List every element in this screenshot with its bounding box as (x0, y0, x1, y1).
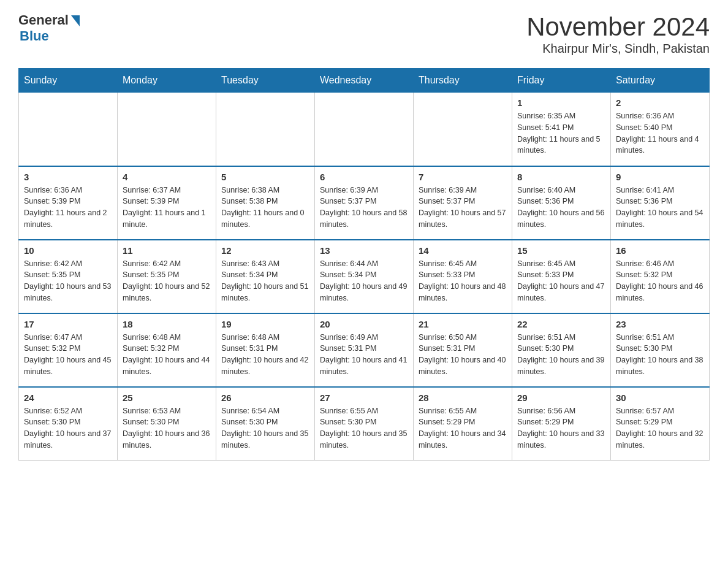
day-number: 4 (123, 172, 211, 182)
day-info: Sunrise: 6:51 AMSunset: 5:30 PMDaylight:… (517, 332, 605, 378)
day-info: Sunrise: 6:36 AMSunset: 5:39 PMDaylight:… (24, 185, 112, 231)
day-number: 26 (221, 393, 309, 403)
day-of-week-header: Saturday (611, 69, 710, 93)
calendar-cell: 24Sunrise: 6:52 AMSunset: 5:30 PMDayligh… (19, 387, 118, 461)
day-info: Sunrise: 6:42 AMSunset: 5:35 PMDaylight:… (24, 258, 112, 304)
day-info: Sunrise: 6:43 AMSunset: 5:34 PMDaylight:… (221, 258, 309, 304)
day-of-week-header: Tuesday (216, 69, 315, 93)
calendar-week-row: 17Sunrise: 6:47 AMSunset: 5:32 PMDayligh… (19, 313, 710, 387)
logo: General Blue (18, 12, 80, 44)
day-number: 22 (517, 319, 605, 329)
calendar-cell (19, 93, 118, 166)
calendar-week-row: 1Sunrise: 6:35 AMSunset: 5:41 PMDaylight… (19, 93, 710, 166)
calendar-cell: 26Sunrise: 6:54 AMSunset: 5:30 PMDayligh… (216, 387, 315, 461)
day-number: 29 (517, 393, 605, 403)
day-of-week-header: Friday (512, 69, 611, 93)
calendar-cell (315, 93, 414, 166)
calendar-cell: 14Sunrise: 6:45 AMSunset: 5:33 PMDayligh… (414, 240, 512, 313)
calendar-cell: 1Sunrise: 6:35 AMSunset: 5:41 PMDaylight… (512, 93, 611, 166)
day-number: 24 (24, 393, 112, 403)
calendar-cell (414, 93, 512, 166)
logo-general-text: General (18, 12, 69, 28)
calendar-cell: 21Sunrise: 6:50 AMSunset: 5:31 PMDayligh… (414, 313, 512, 387)
day-info: Sunrise: 6:57 AMSunset: 5:29 PMDaylight:… (616, 405, 704, 451)
day-number: 23 (616, 319, 704, 329)
day-info: Sunrise: 6:55 AMSunset: 5:29 PMDaylight:… (419, 405, 507, 451)
calendar-cell: 18Sunrise: 6:48 AMSunset: 5:32 PMDayligh… (118, 313, 216, 387)
day-number: 18 (123, 319, 211, 329)
day-number: 20 (320, 319, 408, 329)
day-info: Sunrise: 6:35 AMSunset: 5:41 PMDaylight:… (517, 110, 605, 156)
title-section: November 2024 Khairpur Mir's, Sindh, Pak… (526, 12, 710, 56)
day-number: 25 (123, 393, 211, 403)
day-number: 19 (221, 319, 309, 329)
calendar-cell: 29Sunrise: 6:56 AMSunset: 5:29 PMDayligh… (512, 387, 611, 461)
calendar-cell: 30Sunrise: 6:57 AMSunset: 5:29 PMDayligh… (611, 387, 710, 461)
day-of-week-header: Thursday (414, 69, 512, 93)
day-number: 8 (517, 172, 605, 182)
calendar-cell: 3Sunrise: 6:36 AMSunset: 5:39 PMDaylight… (19, 166, 118, 240)
calendar-cell: 2Sunrise: 6:36 AMSunset: 5:40 PMDaylight… (611, 93, 710, 166)
day-number: 27 (320, 393, 408, 403)
calendar-week-row: 10Sunrise: 6:42 AMSunset: 5:35 PMDayligh… (19, 240, 710, 313)
calendar-cell: 10Sunrise: 6:42 AMSunset: 5:35 PMDayligh… (19, 240, 118, 313)
calendar-cell: 25Sunrise: 6:53 AMSunset: 5:30 PMDayligh… (118, 387, 216, 461)
day-info: Sunrise: 6:49 AMSunset: 5:31 PMDaylight:… (320, 332, 408, 378)
day-of-week-header: Wednesday (315, 69, 414, 93)
day-info: Sunrise: 6:51 AMSunset: 5:30 PMDaylight:… (616, 332, 704, 378)
day-number: 6 (320, 172, 408, 182)
calendar-cell: 27Sunrise: 6:55 AMSunset: 5:30 PMDayligh… (315, 387, 414, 461)
day-info: Sunrise: 6:42 AMSunset: 5:35 PMDaylight:… (123, 258, 211, 304)
calendar-cell: 4Sunrise: 6:37 AMSunset: 5:39 PMDaylight… (118, 166, 216, 240)
day-number: 5 (221, 172, 309, 182)
day-number: 28 (419, 393, 507, 403)
calendar-cell (216, 93, 315, 166)
day-info: Sunrise: 6:36 AMSunset: 5:40 PMDaylight:… (616, 110, 704, 156)
day-of-week-header: Sunday (19, 69, 118, 93)
calendar-cell: 5Sunrise: 6:38 AMSunset: 5:38 PMDaylight… (216, 166, 315, 240)
calendar-header-row: SundayMondayTuesdayWednesdayThursdayFrid… (19, 69, 710, 93)
calendar-cell: 15Sunrise: 6:45 AMSunset: 5:33 PMDayligh… (512, 240, 611, 313)
day-info: Sunrise: 6:41 AMSunset: 5:36 PMDaylight:… (616, 185, 704, 231)
day-number: 10 (24, 245, 112, 256)
day-info: Sunrise: 6:39 AMSunset: 5:37 PMDaylight:… (320, 185, 408, 231)
day-info: Sunrise: 6:46 AMSunset: 5:32 PMDaylight:… (616, 258, 704, 304)
day-number: 2 (616, 98, 704, 108)
day-info: Sunrise: 6:47 AMSunset: 5:32 PMDaylight:… (24, 332, 112, 378)
day-info: Sunrise: 6:37 AMSunset: 5:39 PMDaylight:… (123, 185, 211, 231)
calendar-cell: 11Sunrise: 6:42 AMSunset: 5:35 PMDayligh… (118, 240, 216, 313)
calendar-title: November 2024 (526, 12, 710, 42)
day-number: 16 (616, 245, 704, 256)
day-info: Sunrise: 6:54 AMSunset: 5:30 PMDaylight:… (221, 405, 309, 451)
day-info: Sunrise: 6:40 AMSunset: 5:36 PMDaylight:… (517, 185, 605, 231)
day-number: 15 (517, 245, 605, 256)
calendar-cell: 17Sunrise: 6:47 AMSunset: 5:32 PMDayligh… (19, 313, 118, 387)
day-number: 12 (221, 245, 309, 256)
day-info: Sunrise: 6:48 AMSunset: 5:32 PMDaylight:… (123, 332, 211, 378)
calendar-week-row: 3Sunrise: 6:36 AMSunset: 5:39 PMDaylight… (19, 166, 710, 240)
day-info: Sunrise: 6:56 AMSunset: 5:29 PMDaylight:… (517, 405, 605, 451)
day-info: Sunrise: 6:38 AMSunset: 5:38 PMDaylight:… (221, 185, 309, 231)
day-number: 13 (320, 245, 408, 256)
calendar-cell: 13Sunrise: 6:44 AMSunset: 5:34 PMDayligh… (315, 240, 414, 313)
day-info: Sunrise: 6:39 AMSunset: 5:37 PMDaylight:… (419, 185, 507, 231)
day-of-week-header: Monday (118, 69, 216, 93)
calendar-cell: 22Sunrise: 6:51 AMSunset: 5:30 PMDayligh… (512, 313, 611, 387)
day-number: 9 (616, 172, 704, 182)
page-header: General Blue November 2024 Khairpur Mir'… (18, 12, 710, 56)
day-info: Sunrise: 6:48 AMSunset: 5:31 PMDaylight:… (221, 332, 309, 378)
day-info: Sunrise: 6:52 AMSunset: 5:30 PMDaylight:… (24, 405, 112, 451)
day-number: 7 (419, 172, 507, 182)
calendar-cell: 16Sunrise: 6:46 AMSunset: 5:32 PMDayligh… (611, 240, 710, 313)
day-number: 17 (24, 319, 112, 329)
calendar-cell: 8Sunrise: 6:40 AMSunset: 5:36 PMDaylight… (512, 166, 611, 240)
calendar-cell: 6Sunrise: 6:39 AMSunset: 5:37 PMDaylight… (315, 166, 414, 240)
day-info: Sunrise: 6:44 AMSunset: 5:34 PMDaylight:… (320, 258, 408, 304)
day-number: 21 (419, 319, 507, 329)
day-info: Sunrise: 6:45 AMSunset: 5:33 PMDaylight:… (517, 258, 605, 304)
calendar-cell: 9Sunrise: 6:41 AMSunset: 5:36 PMDaylight… (611, 166, 710, 240)
calendar-cell (118, 93, 216, 166)
day-info: Sunrise: 6:55 AMSunset: 5:30 PMDaylight:… (320, 405, 408, 451)
calendar-cell: 19Sunrise: 6:48 AMSunset: 5:31 PMDayligh… (216, 313, 315, 387)
day-number: 11 (123, 245, 211, 256)
